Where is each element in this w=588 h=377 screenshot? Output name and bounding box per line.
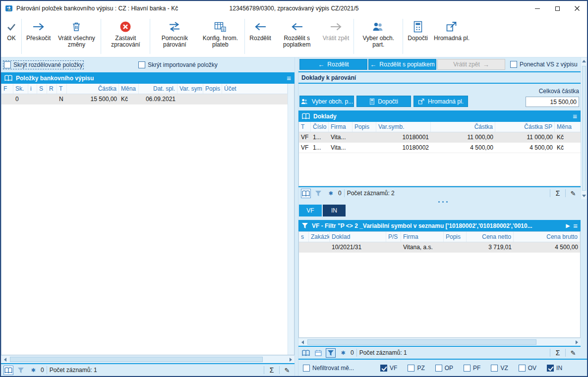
panel-splitter[interactable] [294, 57, 298, 376]
column-header[interactable]: Var. sym [177, 84, 203, 94]
scro ll-track[interactable] [306, 338, 573, 346]
menu-icon[interactable]: ≡ [573, 222, 578, 229]
undo-action-button[interactable]: Vrátit zpět → [437, 59, 505, 70]
section-splitter[interactable] [298, 199, 587, 204]
sum-icon[interactable]: Σ [267, 366, 277, 375]
tab-in[interactable]: IN [323, 205, 346, 216]
close-button[interactable] [567, 1, 587, 16]
column-header[interactable]: Firma [401, 232, 444, 242]
sum-icon[interactable]: Σ [553, 189, 563, 198]
column-header[interactable]: s [299, 232, 309, 242]
scroll-track[interactable] [9, 356, 287, 363]
scroll-down-arrow[interactable] [581, 192, 587, 199]
column-header[interactable]: T [299, 122, 311, 132]
column-header[interactable]: Částka [67, 84, 119, 94]
menu-icon[interactable]: ≡ [573, 112, 577, 120]
columns-book-icon[interactable] [3, 366, 13, 375]
minimize-button[interactable] [528, 1, 547, 16]
column-header[interactable]: T [57, 84, 67, 94]
split-with-fee-button[interactable]: Rozdělit s poplatkem [274, 16, 320, 57]
sum-icon[interactable]: Σ [553, 348, 563, 358]
column-header[interactable]: Var.symb. [376, 122, 431, 132]
pairing-helper-button[interactable]: Pomocník párování [152, 16, 197, 57]
column-header[interactable]: Měna [555, 122, 581, 132]
column-header[interactable]: F [1, 84, 13, 94]
edit-pencil-icon[interactable]: ✎ [282, 366, 292, 375]
column-header[interactable]: Popis [444, 232, 467, 242]
scroll-left-arrow[interactable] [1, 356, 9, 363]
column-header[interactable]: Popis [353, 122, 376, 132]
filter-icon[interactable] [16, 366, 26, 375]
edit-pencil-icon[interactable]: ✎ [568, 189, 578, 198]
column-header[interactable]: Firma [329, 122, 353, 132]
column-header[interactable]: Popis [203, 84, 222, 94]
column-header[interactable]: Účet [222, 84, 288, 94]
column-header[interactable]: Zakázka [309, 232, 330, 242]
keep-vs-checkbox[interactable]: Ponechat VS z výpisu [510, 61, 578, 68]
stop-processing-button[interactable]: Zastavit zpracování [103, 16, 148, 57]
table-row[interactable]: VF 1... Vita... 10180002 4 500,00 4 500,… [299, 143, 581, 153]
revert-all-button[interactable]: Vrátit všechny změny [54, 16, 99, 57]
column-header[interactable]: Doklad [330, 232, 386, 242]
bulk-payment-config-button[interactable]: Konfig. hrom. plateb [197, 16, 243, 57]
bulk-payment-button[interactable]: Hromadná pl. [431, 16, 472, 57]
maximize-button[interactable] [547, 1, 567, 16]
column-header[interactable]: Částka SP [495, 122, 555, 132]
scroll-right-arrow[interactable] [287, 356, 294, 363]
filter-checkbox-in[interactable]: IN [547, 365, 562, 372]
filter-checkbox-pz[interactable]: PZ [408, 365, 424, 372]
column-header[interactable]: Částka [431, 122, 495, 132]
vertical-scrollbar[interactable] [288, 84, 294, 355]
filter-checkbox-pf[interactable]: PF [464, 365, 480, 372]
table-row[interactable]: 0 N 15 500,00 Kč 06.09.2021 [1, 94, 288, 105]
split-fee-action-button[interactable]: ← Rozdělit s poplatkem [368, 59, 436, 70]
split-button[interactable]: Rozdělit [246, 16, 274, 57]
calculate-small-button[interactable]: Dopočti [356, 96, 411, 107]
filter-checkbox-ov[interactable]: OV [519, 365, 536, 372]
column-header[interactable]: S [37, 84, 47, 94]
filter-icon[interactable] [313, 189, 323, 198]
ok-button[interactable]: OK [3, 16, 20, 57]
freeze-icon[interactable]: ✱ [326, 189, 336, 198]
column-header[interactable]: Sk. [13, 84, 28, 94]
hide-imported-items-checkbox[interactable]: Skrýt importované položky [138, 61, 218, 68]
freeze-icon[interactable]: ✱ [28, 366, 38, 375]
edit-pencil-icon[interactable]: ✎ [568, 348, 578, 358]
split-action-button[interactable]: ← Rozdělit [299, 59, 367, 70]
freeze-icon[interactable]: ✱ [338, 348, 348, 358]
table-row[interactable]: VF 1... Vita... 10180001 11 000,00 11 00… [299, 132, 581, 143]
total-amount-field[interactable]: 15 500,00 [526, 97, 579, 107]
column-header[interactable]: i [28, 84, 37, 94]
table-row[interactable]: 10/2021/31 Vitana, a.s. 3 719,01 4 500,0… [299, 242, 580, 253]
column-header[interactable]: Číslo [311, 122, 329, 132]
select-partner-small-button[interactable]: Vyber obch. p... [299, 96, 354, 107]
columns-book-icon[interactable] [301, 348, 311, 358]
column-header[interactable]: Cena brutto [514, 232, 580, 242]
filter-checkbox-vf[interactable]: VF [380, 365, 397, 372]
filter-active-icon[interactable] [326, 348, 336, 358]
column-header[interactable]: Dat. spl. [139, 84, 177, 94]
skip-button[interactable]: Přeskočit [23, 16, 54, 57]
vertical-scrollbar[interactable] [581, 57, 587, 199]
columns-book-icon[interactable] [301, 189, 311, 198]
calculate-button[interactable]: Dopočti [405, 16, 431, 57]
filter-checkbox-op[interactable]: OP [435, 365, 453, 372]
select-partner-button[interactable]: Vyber obch. part. [355, 16, 401, 57]
filter-checkbox-vz[interactable]: VZ [491, 365, 508, 372]
scroll-up-arrow[interactable] [581, 57, 587, 64]
column-header[interactable]: Cena netto [467, 232, 514, 242]
column-header[interactable]: Měna [119, 84, 139, 94]
menu-icon[interactable]: ≡ [287, 74, 291, 82]
column-header[interactable]: P/S [386, 232, 401, 242]
no-currency-filter-checkbox[interactable]: Nefiltrovat mě... [303, 365, 354, 372]
hide-split-items-checkbox[interactable]: Skrýt rozdělované položky [4, 61, 83, 68]
undo-button[interactable]: Vrátit zpět [320, 16, 353, 57]
column-header[interactable]: R [47, 84, 57, 94]
horizontal-scrollbar[interactable] [1, 355, 294, 363]
bulk-payment-small-button[interactable]: Hromadná pl. [413, 96, 468, 107]
scroll-track[interactable] [582, 65, 587, 192]
play-icon[interactable]: ▶ [566, 223, 570, 228]
calendar-icon[interactable] [313, 348, 323, 358]
scroll-right-arrow[interactable] [573, 338, 581, 346]
tab-vf[interactable]: VF [299, 205, 322, 216]
